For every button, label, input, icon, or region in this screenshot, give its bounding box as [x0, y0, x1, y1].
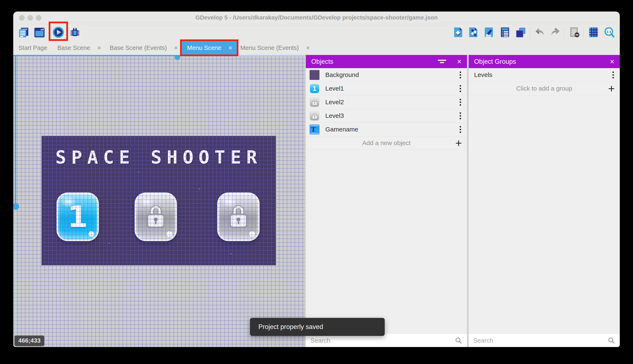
search-icon — [607, 337, 615, 344]
object-groups-panel-title: Object Groups — [474, 58, 516, 66]
level1-button-object[interactable]: 1 — [57, 192, 99, 241]
object-row-level3[interactable]: Level3 — [306, 109, 467, 123]
object-label: Level3 — [325, 112, 344, 119]
open-instances-list-button[interactable] — [499, 26, 511, 39]
lock-icon — [145, 204, 167, 230]
scene-window-button[interactable] — [33, 26, 46, 39]
scene-game-area: SPACE SHOOTER 1 — [42, 136, 276, 265]
tab-menu-scene-events[interactable]: Menu Scene (Events) × — [238, 41, 312, 55]
toggle-mask-button[interactable] — [568, 26, 581, 39]
lock-icon — [311, 98, 318, 106]
vertical-scrollbar-handle[interactable] — [13, 203, 19, 210]
tab-base-scene-events[interactable]: Base Scene (Events) × — [106, 41, 182, 55]
open-object-groups-editor-button[interactable] — [467, 26, 480, 39]
group-label: Levels — [474, 71, 492, 78]
objects-editor-icon — [452, 26, 464, 39]
properties-pencil-icon — [483, 26, 495, 39]
sparkle — [249, 161, 250, 162]
add-group-button[interactable]: Click to add a group + — [469, 82, 620, 96]
zoom-window-button[interactable] — [36, 15, 41, 20]
object-thumbnail-lock — [309, 97, 320, 107]
object-thumbnail-text: Tx — [309, 124, 320, 134]
undo-icon — [534, 26, 546, 39]
annotation-box-menu-scene-tab — [180, 40, 238, 56]
object-row-background[interactable]: Background — [306, 68, 467, 82]
close-panel-icon[interactable]: × — [457, 58, 462, 66]
open-layers-editor-button[interactable] — [514, 26, 527, 39]
tab-close-icon[interactable]: × — [97, 45, 101, 51]
sparkle — [109, 243, 110, 244]
groups-search-input[interactable] — [473, 337, 607, 344]
zoom-1-1-icon: 1:1 — [603, 26, 615, 39]
lock-icon — [227, 204, 249, 230]
close-window-button[interactable] — [19, 15, 25, 20]
kebab-menu-icon[interactable] — [460, 112, 461, 119]
tab-close-icon[interactable]: × — [306, 45, 310, 51]
plus-icon: + — [608, 83, 615, 94]
cursor-coordinates-badge: 466;433 — [15, 336, 44, 346]
tab-close-icon[interactable]: × — [174, 45, 178, 51]
horizontal-scrollbar-handle[interactable] — [175, 55, 180, 60]
filter-icon[interactable] — [438, 59, 446, 64]
toolbar-separator — [583, 27, 583, 38]
debugger-bug-icon — [69, 26, 81, 39]
kebab-menu-icon[interactable] — [460, 72, 461, 78]
undo-button[interactable] — [533, 26, 546, 39]
group-row-levels[interactable]: Levels — [469, 68, 620, 82]
minimize-window-button[interactable] — [28, 15, 33, 20]
gdevelop-window: GDevelop 5 - /Users/dkarakay/Documents/G… — [13, 12, 620, 347]
kebab-menu-icon[interactable] — [612, 72, 614, 78]
search-icon — [455, 337, 462, 344]
object-groups-panel: Object Groups × Levels Click to add a gr… — [469, 55, 620, 347]
add-group-label: Click to add a group — [516, 85, 572, 92]
tab-label: Menu Scene (Events) — [240, 44, 299, 51]
objects-search-input[interactable] — [310, 337, 455, 344]
horizontal-scrollbar[interactable] — [13, 55, 177, 56]
titlebar: GDevelop 5 - /Users/dkarakay/Documents/G… — [13, 12, 620, 24]
object-row-level1[interactable]: 1 Level1 — [306, 82, 467, 96]
level3-button-object[interactable] — [217, 192, 260, 241]
open-properties-button[interactable] — [483, 26, 495, 39]
toolbar-separator — [530, 27, 530, 38]
kebab-menu-icon[interactable] — [460, 126, 461, 133]
tab-start-page[interactable]: Start Page — [13, 41, 53, 55]
annotation-box-play-button — [49, 22, 68, 41]
object-row-gamename[interactable]: Tx Gamename — [306, 123, 467, 136]
object-label: Background — [325, 71, 359, 78]
redo-button[interactable] — [549, 26, 562, 39]
sparkle — [199, 188, 200, 189]
svg-text:1:1: 1:1 — [606, 30, 611, 33]
zoom-options-button[interactable]: 1:1 — [603, 26, 615, 39]
close-panel-icon[interactable]: × — [610, 58, 614, 66]
tab-base-scene[interactable]: Base Scene × — [53, 41, 106, 55]
toggle-grid-button[interactable] — [587, 26, 600, 39]
object-row-level2[interactable]: Level2 — [306, 96, 467, 109]
scene-editor-canvas[interactable]: SPACE SHOOTER 1 — [13, 55, 305, 347]
add-new-object-button[interactable]: Add a new object + — [306, 136, 467, 150]
vertical-scrollbar[interactable] — [15, 206, 16, 347]
kebab-menu-icon[interactable] — [460, 99, 461, 106]
tab-label: Start Page — [19, 44, 47, 51]
mask-icon — [568, 26, 581, 39]
scene-window-icon — [33, 26, 46, 39]
tab-label: Base Scene — [57, 44, 90, 51]
open-objects-editor-button[interactable] — [452, 26, 464, 39]
toolbar: 1:1 — [13, 24, 620, 41]
sparkle — [138, 172, 139, 172]
object-label: Gamename — [325, 126, 358, 133]
level1-digit: 1 — [58, 194, 97, 240]
tab-label: Base Scene (Events) — [110, 44, 167, 51]
vertical-scrollbar[interactable] — [15, 55, 16, 206]
redo-icon — [549, 26, 561, 39]
project-manager-icon — [18, 26, 30, 39]
object-label: Level1 — [325, 85, 344, 92]
kebab-menu-icon[interactable] — [460, 85, 461, 92]
level2-button-object[interactable] — [135, 192, 177, 241]
grid-icon — [587, 26, 600, 39]
object-thumbnail-lock — [309, 111, 320, 121]
scene-title-text-object[interactable]: SPACE SHOOTER — [42, 147, 276, 168]
project-manager-button[interactable] — [18, 26, 30, 39]
layers-editor-icon — [515, 26, 527, 39]
object-groups-panel-header: Object Groups × — [469, 55, 620, 68]
debugger-button[interactable] — [69, 26, 81, 39]
